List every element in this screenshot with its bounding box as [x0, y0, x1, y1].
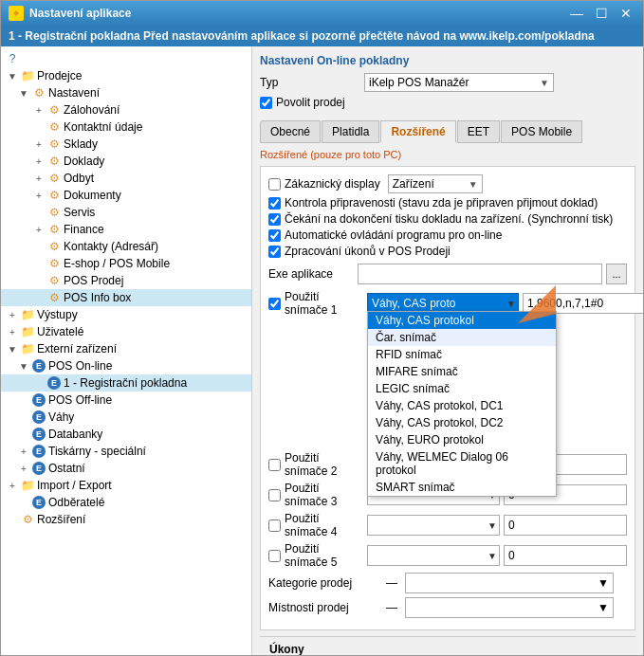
folder-icon: 📁: [20, 324, 35, 339]
sidebar-item-eshop[interactable]: ⚙ E-shop / POS Mobile: [1, 255, 251, 272]
sidebar-item-label: Váhy: [48, 410, 74, 424]
expander-icon: [16, 427, 31, 442]
kontrola-checkbox[interactable]: [268, 197, 281, 210]
sidebar-item-odberatele[interactable]: E Odběratelé: [1, 494, 251, 511]
sidebar-item-label: POS Info box: [64, 291, 131, 304]
expander-icon: +: [5, 324, 20, 339]
dropdown-item-rfid[interactable]: RFID snímač: [368, 346, 556, 363]
automaticke-checkbox[interactable]: [268, 229, 281, 242]
sidebar-item-odbyt[interactable]: + ⚙ Odbyt: [1, 170, 251, 187]
dropdown-item-vahy-dc1[interactable]: Váhy, CAS protokol, DC1: [368, 397, 556, 414]
snimac3-checkbox[interactable]: [268, 489, 281, 501]
dropdown-item-smart[interactable]: SMART snímač: [368, 479, 556, 496]
maximize-button[interactable]: ☐: [592, 4, 611, 23]
sidebar-item-doklady[interactable]: + ⚙ Doklady: [1, 153, 251, 170]
povolit-prodej-checkbox[interactable]: [260, 97, 272, 109]
sidebar-item-nastaveni[interactable]: ▼ ⚙ Nastavení: [1, 84, 251, 101]
tab-eet[interactable]: EET: [457, 120, 500, 143]
sidebar-item-vystupy[interactable]: + 📁 Výstupy: [1, 306, 251, 323]
sidebar-item-label: Rozšíření: [37, 513, 85, 526]
sidebar-item-dokumenty[interactable]: + ⚙ Dokumenty: [1, 187, 251, 204]
automaticke-row: Automatické ovládání programu pro on-lin…: [268, 228, 627, 242]
gear-icon: ⚙: [46, 102, 62, 118]
sidebar-item-tiskarny[interactable]: + E Tiskárny - speciální: [1, 443, 251, 460]
snimac2-checkbox[interactable]: [268, 459, 281, 471]
typ-select[interactable]: iKelp POS Manažér ▼: [364, 73, 554, 92]
sidebar-item-label: POS On-line: [48, 359, 112, 373]
sidebar-item-import[interactable]: + 📁 Import / Export: [1, 477, 251, 494]
dropdown-item-legic[interactable]: LEGIC snímač: [368, 380, 556, 397]
expander-icon: [31, 375, 46, 391]
sidebar-item-uzivatele[interactable]: + 📁 Uživatelé: [1, 323, 251, 340]
dropdown-item-mifare[interactable]: MIFARE snímač: [368, 363, 556, 380]
kategorie-row: Kategorie prodej — ▼: [268, 573, 627, 593]
dropdown-arrow-icon: ▼: [469, 179, 478, 190]
zakaznicky-checkbox[interactable]: [268, 178, 281, 191]
dropdown-arrow-icon: ▼: [540, 78, 549, 88]
sidebar-item-finance[interactable]: + ⚙ Finance: [1, 221, 251, 238]
exe-input[interactable]: [358, 264, 602, 284]
zpracovani-checkbox[interactable]: [268, 246, 281, 258]
sidebar-item-label: POS Off-line: [48, 393, 112, 407]
sidebar-item-prodejce[interactable]: ▼ 📁 Prodejce: [1, 67, 251, 84]
sidebar-item-label: Sklady: [64, 137, 98, 151]
snimac4-select[interactable]: ▼: [367, 515, 500, 536]
sidebar-item-rozsireni[interactable]: ⚙ Rozšíření: [1, 511, 251, 528]
sidebar-item-servis[interactable]: ⚙ Servis: [1, 204, 251, 221]
dropdown-item-vahy-euro[interactable]: Váhy, EURO protokol: [368, 431, 556, 448]
snimac5-label: Použití snímače 5: [285, 542, 363, 569]
tab-pos-mobile[interactable]: POS Mobile: [501, 120, 582, 143]
dropdown-item-vahy-cas[interactable]: Váhy, CAS protokol: [368, 312, 556, 329]
sidebar-item-externi[interactable]: ▼ 📁 Externí zařízení: [1, 340, 251, 357]
snimac1-checkbox[interactable]: [268, 298, 281, 310]
sidebar-item-kontakt[interactable]: ⚙ Kontaktní údaje: [1, 118, 251, 136]
snimac4-input[interactable]: [504, 515, 627, 536]
sidebar-item-pos-info-box[interactable]: ⚙ POS Info box: [1, 289, 251, 306]
sidebar-help[interactable]: ?: [1, 50, 251, 67]
exe-label: Exe aplikace: [268, 267, 354, 281]
sidebar-item-pos-online[interactable]: ▼ E POS On-line: [1, 357, 251, 374]
sidebar-item-vahy[interactable]: E Váhy: [1, 409, 251, 426]
dropdown-item-vahy-welmec[interactable]: Váhy, WELMEC Dialog 06 protokol: [368, 448, 556, 479]
close-button[interactable]: ✕: [616, 4, 635, 23]
snimace-section: Použití snímače 1 Váhy, CAS proto ▼: [268, 290, 627, 569]
main-panel: Nastavení On-line pokladny Typ iKelp POS…: [252, 46, 643, 655]
snimac5-checkbox[interactable]: [268, 550, 281, 562]
snimac5-input[interactable]: [504, 545, 627, 566]
folder-icon: 📁: [20, 478, 35, 493]
dropdown-item-vahy-dc2[interactable]: Váhy, CAS protokol, DC2: [368, 414, 556, 431]
sidebar-item-kontakty[interactable]: ⚙ Kontakty (Adresář): [1, 238, 251, 255]
titlebar: Nastavení aplikace — ☐ ✕: [1, 1, 643, 26]
zarizeni-select[interactable]: Zařízení ▼: [388, 174, 483, 193]
minimize-button[interactable]: —: [567, 4, 586, 23]
expander-icon: [31, 290, 46, 305]
mistnosti-select[interactable]: ▼: [405, 597, 614, 618]
povolit-prodej-label: Povolit prodej: [276, 96, 345, 109]
zarizeni-value: Zařízení: [393, 177, 434, 191]
cekani-checkbox[interactable]: [268, 213, 281, 226]
expander-icon: +: [31, 171, 46, 186]
sidebar-item-zaloh[interactable]: + ⚙ Zálohování: [1, 101, 251, 118]
sidebar-item-pos-prodej[interactable]: ⚙ POS Prodej: [1, 272, 251, 289]
dropdown-item-car-snimac[interactable]: Čar. snímač: [368, 329, 556, 346]
blue-circle-icon: E: [31, 392, 46, 408]
gear-icon: ⚙: [46, 273, 62, 288]
tab-platidla[interactable]: Platidla: [322, 120, 379, 143]
sidebar-item-sklady[interactable]: + ⚙ Sklady: [1, 136, 251, 153]
snimac4-checkbox[interactable]: [268, 519, 281, 532]
blue-circle-icon: E: [31, 358, 46, 374]
tab-obecne[interactable]: Obecné: [260, 120, 321, 143]
gear-icon: ⚙: [46, 256, 62, 271]
sidebar-item-databanky[interactable]: E Databanky: [1, 426, 251, 443]
exe-browse-button[interactable]: ...: [606, 264, 627, 284]
kategorie-select[interactable]: ▼: [405, 573, 614, 593]
sidebar-item-pos-offline[interactable]: E POS Off-line: [1, 392, 251, 409]
sidebar-item-reg-pokladna[interactable]: E 1 - Registrační pokladna: [1, 374, 251, 392]
snimac1-select-value: Váhy, CAS proto: [372, 297, 456, 310]
sidebar-item-ostatni[interactable]: + E Ostatní: [1, 460, 251, 477]
snimac5-checkbox-wrapper: Použití snímače 5: [268, 542, 363, 569]
tab-rozsirene[interactable]: Rozšířené: [380, 120, 455, 143]
sidebar-item-label: Kontakty (Adresář): [64, 240, 158, 253]
sidebar-item-label: Import / Export: [37, 479, 112, 492]
snimac5-select[interactable]: ▼: [367, 545, 500, 566]
